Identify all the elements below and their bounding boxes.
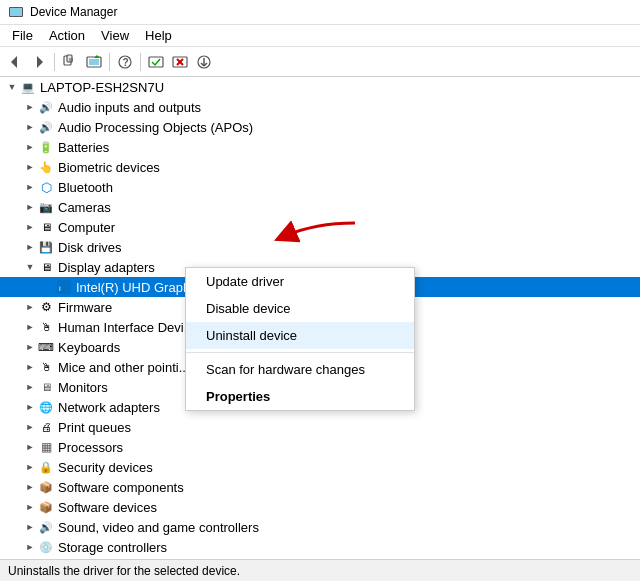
tree-item-cameras[interactable]: 📷Cameras [0, 197, 640, 217]
window-title: Device Manager [30, 5, 117, 19]
label-security: Security devices [58, 460, 153, 475]
tree-item-biometric[interactable]: 👆Biometric devices [0, 157, 640, 177]
chevron-print[interactable] [22, 419, 38, 435]
software-icon: 📦 [38, 499, 54, 515]
ctx-disable-device[interactable]: Disable device [186, 295, 414, 322]
back-button[interactable] [4, 51, 26, 73]
tree-item-storage[interactable]: 💿Storage controllers [0, 537, 640, 557]
chevron-storage[interactable] [22, 539, 38, 555]
label-software-comp: Software components [58, 480, 184, 495]
menu-bar: File Action View Help [0, 25, 640, 47]
camera-icon: 📷 [38, 199, 54, 215]
bluetooth-icon: ⬡ [38, 179, 54, 195]
chevron-software-comp[interactable] [22, 479, 38, 495]
label-audio-apo: Audio Processing Objects (APOs) [58, 120, 253, 135]
hid-icon: 🖱 [38, 319, 54, 335]
keyboard-icon: ⌨ [38, 339, 54, 355]
tree-item-print[interactable]: 🖨Print queues [0, 417, 640, 437]
ctx-uninstall-device[interactable]: Uninstall device [186, 322, 414, 349]
chevron-keyboards[interactable] [22, 339, 38, 355]
chevron-disk[interactable] [22, 239, 38, 255]
tree-item-system[interactable]: ⚙System devices [0, 557, 640, 559]
forward-button[interactable] [28, 51, 50, 73]
tree-item-software-dev[interactable]: 📦Software devices [0, 497, 640, 517]
chevron-computer[interactable] [22, 219, 38, 235]
scan-button[interactable] [145, 51, 167, 73]
chevron-display[interactable] [22, 259, 38, 275]
print-icon: 🖨 [38, 419, 54, 435]
processor-icon: ▦ [38, 439, 54, 455]
chevron-sound[interactable] [22, 519, 38, 535]
chevron-software-dev[interactable] [22, 499, 38, 515]
chevron-mice[interactable] [22, 359, 38, 375]
tree-item-software-comp[interactable]: 📦Software components [0, 477, 640, 497]
toolbar: ? [0, 47, 640, 77]
label-network: Network adapters [58, 400, 160, 415]
chevron-firmware[interactable] [22, 299, 38, 315]
menu-action[interactable]: Action [41, 26, 93, 45]
svg-marker-3 [11, 56, 17, 68]
ctx-update-driver[interactable]: Update driver [186, 268, 414, 295]
chevron-monitors[interactable] [22, 379, 38, 395]
toolbar-separator-3 [140, 53, 141, 71]
label-batteries: Batteries [58, 140, 109, 155]
tree-item-laptop[interactable]: 💻LAPTOP-ESH2SN7U [0, 77, 640, 97]
properties-button[interactable] [59, 51, 81, 73]
ctx-properties[interactable]: Properties [186, 383, 414, 410]
chevron-batteries[interactable] [22, 139, 38, 155]
label-computer: Computer [58, 220, 115, 235]
menu-view[interactable]: View [93, 26, 137, 45]
toolbar-separator-2 [109, 53, 110, 71]
chevron-network[interactable] [22, 399, 38, 415]
disk-icon: 💾 [38, 239, 54, 255]
tree-item-processors[interactable]: ▦Processors [0, 437, 640, 457]
monitor-icon: 🖥 [38, 379, 54, 395]
label-processors: Processors [58, 440, 123, 455]
chevron-cameras[interactable] [22, 199, 38, 215]
laptop-icon: 💻 [20, 79, 36, 95]
label-hid: Human Interface Devi... [58, 320, 195, 335]
chevron-bluetooth[interactable] [22, 179, 38, 195]
firmware-icon: ⚙ [38, 299, 54, 315]
tree-item-security[interactable]: 🔒Security devices [0, 457, 640, 477]
ctx-scan-changes[interactable]: Scan for hardware changes [186, 356, 414, 383]
chevron-audio-apo[interactable] [22, 119, 38, 135]
tree-item-batteries[interactable]: 🔋Batteries [0, 137, 640, 157]
chevron-biometric[interactable] [22, 159, 38, 175]
menu-help[interactable]: Help [137, 26, 180, 45]
label-sound: Sound, video and game controllers [58, 520, 259, 535]
mice-icon: 🖱 [38, 359, 54, 375]
status-bar: Uninstalls the driver for the selected d… [0, 559, 640, 581]
chevron-laptop[interactable] [4, 79, 20, 95]
intel-icon: i [56, 279, 72, 295]
label-bluetooth: Bluetooth [58, 180, 113, 195]
label-biometric: Biometric devices [58, 160, 160, 175]
uninstall-button[interactable] [169, 51, 191, 73]
label-laptop: LAPTOP-ESH2SN7U [40, 80, 164, 95]
security-icon: 🔒 [38, 459, 54, 475]
label-disk: Disk drives [58, 240, 122, 255]
chevron-security[interactable] [22, 459, 38, 475]
install-button[interactable] [193, 51, 215, 73]
tree-item-computer[interactable]: 🖥Computer [0, 217, 640, 237]
tree-item-bluetooth[interactable]: ⬡Bluetooth [0, 177, 640, 197]
tree-item-sound[interactable]: 🔊Sound, video and game controllers [0, 517, 640, 537]
chevron-processors[interactable] [22, 439, 38, 455]
context-menu: Update driver Disable device Uninstall d… [185, 267, 415, 411]
chevron-audio-inputs[interactable] [22, 99, 38, 115]
svg-rect-1 [10, 8, 22, 16]
tree-item-disk[interactable]: 💾Disk drives [0, 237, 640, 257]
chevron-intel[interactable] [40, 279, 56, 295]
tree-item-audio-apo[interactable]: 🔊Audio Processing Objects (APOs) [0, 117, 640, 137]
help-button[interactable]: ? [114, 51, 136, 73]
svg-text:i: i [59, 284, 61, 293]
audio-icon: 🔊 [38, 99, 54, 115]
title-bar: Device Manager [0, 0, 640, 25]
svg-marker-4 [37, 56, 43, 68]
battery-icon: 🔋 [38, 139, 54, 155]
chevron-hid[interactable] [22, 319, 38, 335]
update-driver-button[interactable] [83, 51, 105, 73]
svg-text:?: ? [123, 57, 129, 68]
tree-item-audio-inputs[interactable]: 🔊Audio inputs and outputs [0, 97, 640, 117]
menu-file[interactable]: File [4, 26, 41, 45]
